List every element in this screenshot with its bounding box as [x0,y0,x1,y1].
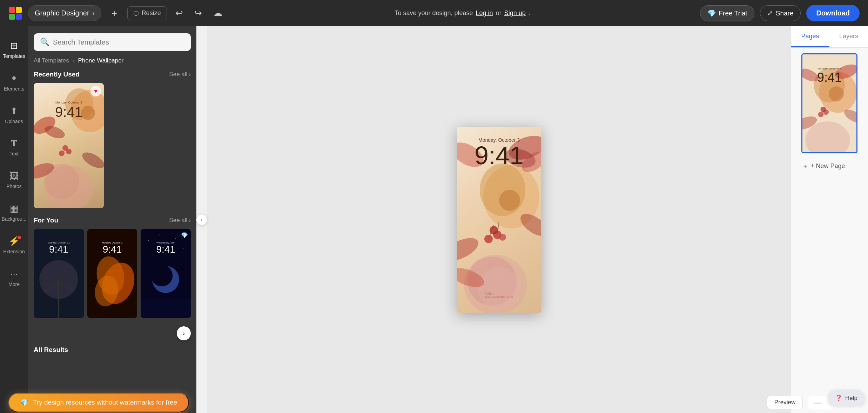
canvas-area: Monday, October 3 9:41 fotor fotor.com/e… [207,26,791,413]
icon-nav: ⊞ Templates ✦ Elements ⬆ Uploads T Text … [0,26,28,413]
watermark-cta-button[interactable]: 💎 Try design resources without watermark… [8,393,189,412]
breadcrumb: All Templates › Phone Wallpaper [34,57,191,64]
breadcrumb-parent[interactable]: All Templates [34,57,69,64]
save-message: To save your design, please Log in or Si… [231,9,694,17]
for-you-see-all[interactable]: See all › [169,217,191,224]
sidebar-item-backgrounds[interactable]: ▦ Backgrou... [0,197,28,228]
plus-icon: ＋ [802,162,808,170]
download-button[interactable]: Download [806,5,860,21]
svg-rect-1 [9,7,15,13]
svg-point-47 [464,255,527,313]
uploads-icon: ⬆ [10,106,18,116]
svg-point-43 [490,226,498,234]
text-icon: T [11,138,17,149]
svg-point-30 [183,248,183,249]
share-button[interactable]: ⤢ Share [760,5,801,21]
template-item-blue-moon[interactable]: Wednesday, 3am 9:41 💎 [141,229,191,318]
svg-point-12 [62,145,68,151]
resize-button[interactable]: ⬡ Resize [127,6,167,20]
breadcrumb-separator: › [73,57,75,64]
canvas-frame[interactable]: Monday, October 3 9:41 fotor fotor.com/e… [457,127,541,313]
zoom-out-button[interactable]: — [814,399,821,407]
svg-point-49 [478,267,520,309]
dark-leaves-thumbnail: Monday, October 3 9:41 [87,229,137,318]
canvas-time-display: Monday, October 3 9:41 [475,137,524,168]
svg-rect-4 [16,14,22,20]
svg-point-61 [821,107,826,112]
cloud-save-button[interactable]: ☁ [210,5,225,21]
sidebar-item-photos[interactable]: 🖼 Photos [0,164,28,195]
sidebar-item-uploads[interactable]: ⬆ Uploads [0,99,28,131]
all-results-header: All Results [34,346,191,354]
chevron-down-icon: ▾ [92,11,95,16]
svg-point-56 [829,86,844,101]
svg-point-7 [81,106,95,120]
svg-point-34 [483,165,539,228]
recently-used-title: Recently Used [34,71,80,78]
add-button[interactable]: ＋ [107,4,122,22]
login-link[interactable]: Log in [476,9,493,17]
blue-moon-thumbnail: Wednesday, 3am 9:41 [141,229,191,318]
all-results-title: All Results [34,346,68,354]
search-icon: 🔍 [40,38,49,47]
svg-point-50 [457,233,482,266]
notification-dot [18,236,21,239]
recently-used-see-all[interactable]: See all › [169,71,191,78]
page-thumb-1[interactable]: Monday, October 3 9:41 [801,53,857,153]
for-you-grid: Monday, October 11 9:41 Monday, October … [34,229,191,318]
svg-point-32 [151,265,173,286]
right-panel: Pages Layers [791,26,868,413]
preview-button[interactable]: Preview [767,396,803,409]
more-icon: ··· [10,268,18,279]
chevron-right-icon-2: › [189,217,191,224]
elements-icon: ✦ [10,73,18,84]
help-button[interactable]: ❓ Help [828,390,864,406]
sidebar-item-templates[interactable]: ⊞ Templates [0,34,28,65]
new-page-button[interactable]: ＋ + New Page [796,158,862,174]
pages-panel: Monday, October 3 9:41 ＋ + New Page [791,48,868,413]
svg-line-46 [497,221,499,235]
template-item-dark-moon[interactable]: Monday, October 11 9:41 [34,229,84,318]
svg-rect-3 [9,14,15,20]
favorite-button[interactable]: ♥ [90,86,101,96]
autumn-thumbnail: Monday, October 3 9:41 [34,83,104,208]
tab-pages[interactable]: Pages [791,26,829,47]
graphic-designer-dropdown[interactable]: Graphic Designer ▾ [28,5,101,21]
breadcrumb-current: Phone Wallpaper [78,57,123,64]
template-item-dark-leaves[interactable]: Monday, October 3 9:41 [87,229,137,318]
redo-button[interactable]: ↪ [191,5,205,21]
tab-layers[interactable]: Layers [829,26,868,47]
logo [8,6,22,20]
for-you-header: For You See all › [34,217,191,224]
right-panel-tabs: Pages Layers [791,26,868,48]
premium-badge: 💎 [181,232,188,239]
svg-point-51 [517,209,541,240]
sidebar-item-extension[interactable]: ⚡ Extension [0,229,28,261]
svg-line-45 [489,225,494,239]
extension-badge-container: ⚡ [8,236,20,247]
svg-rect-33 [141,299,191,318]
page-1-container: Monday, October 3 9:41 [801,53,857,153]
svg-point-59 [818,112,824,117]
panel-collapse-button[interactable]: ‹ [196,214,207,225]
carousel-next-button[interactable]: › [177,326,191,340]
share-icon: ⤢ [767,9,773,17]
search-input[interactable] [53,38,184,46]
sidebar-item-text[interactable]: T Text [0,132,28,163]
topbar: Graphic Designer ▾ ＋ ⬡ Resize ↩ ↪ ☁ To s… [0,0,868,26]
sidebar-item-more[interactable]: ··· More [0,262,28,293]
canvas-watermark: fotor fotor.com/editor.com [485,291,513,299]
sidebar-item-elements[interactable]: ✦ Elements [0,67,28,98]
svg-point-28 [160,234,160,235]
template-item-autumn-floral[interactable]: Monday, October 3 9:41 ♥ [34,83,104,208]
free-trial-button[interactable]: 💎 Free Trial [700,5,754,21]
chevron-right-icon: › [189,71,191,78]
undo-button[interactable]: ↩ [173,5,186,21]
svg-point-10 [59,151,65,156]
signup-link[interactable]: Sign up [504,9,526,17]
svg-rect-2 [16,7,22,13]
templates-panel: 🔍 All Templates › Phone Wallpaper Recent… [28,26,196,413]
recently-used-header: Recently Used See all › [34,71,191,78]
svg-point-27 [148,240,149,241]
page-thumb-inner: Monday, October 3 9:41 [802,54,856,152]
